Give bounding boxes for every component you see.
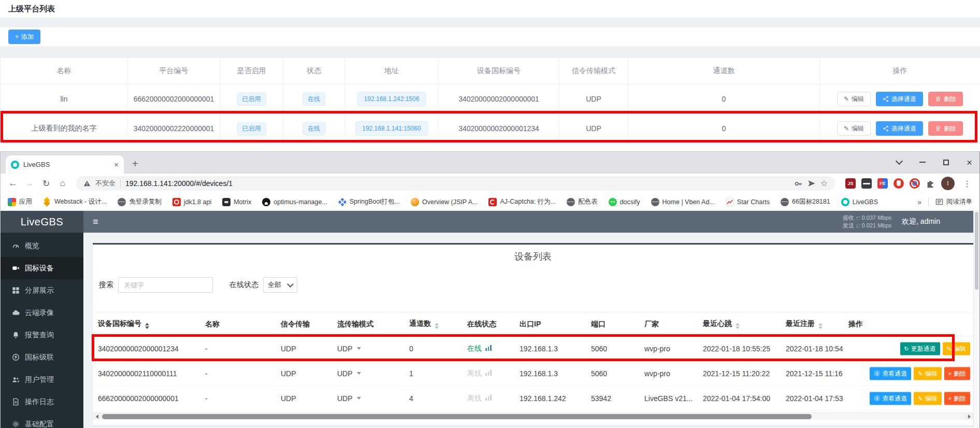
edit-button[interactable]: ✎编辑 (943, 342, 970, 355)
delete-button[interactable]: ×删除 (944, 367, 970, 380)
chevron-down-icon (287, 281, 294, 288)
online-status-select[interactable]: 全部 (263, 277, 297, 293)
extension-blocker-hand-icon[interactable] (893, 178, 904, 189)
address-bar[interactable]: 不安全 192.168.1.141:20000/#/devices/1 ☆ (76, 176, 835, 191)
scrollbar-thumb[interactable] (102, 414, 812, 419)
sidebar-item-alarm-query[interactable]: 报警查询 (1, 324, 83, 346)
welcome-user[interactable]: 欢迎, admin (902, 217, 940, 226)
window-minimize-button[interactable] (919, 162, 926, 163)
extension-fe-icon[interactable]: FE (877, 178, 888, 189)
browser-tab-livegbs[interactable]: LiveGBS × (6, 155, 124, 174)
tab-close-icon[interactable]: × (114, 161, 119, 168)
online-status-label: 在线状态 (229, 280, 258, 290)
update-channels-button[interactable]: ↻更新通道 (900, 342, 940, 355)
bookmark-color-table[interactable]: 配色表 (567, 197, 598, 206)
view-channels-button[interactable]: i查看通道 (870, 392, 911, 405)
bookmark-docsify[interactable]: docsify (609, 198, 640, 206)
window-close-button[interactable]: × (967, 158, 972, 167)
scrollbar-track[interactable] (101, 413, 965, 420)
bookmark-jdk-api[interactable]: jdk1.8 api (172, 198, 212, 206)
cell-registered: 2022-01-04 17:53 (781, 386, 843, 411)
security-label[interactable]: 不安全 (95, 179, 116, 188)
col-registered: 最近注册 (786, 319, 815, 327)
home-button[interactable]: ⌂ (55, 178, 70, 189)
bookmark-apps[interactable]: 应用 (8, 197, 32, 206)
edit-button[interactable]: ✎编辑 (914, 367, 941, 380)
url-text[interactable]: 192.168.1.141:20000/#/devices/1 (125, 179, 789, 188)
sidebar-item-gb-cascade[interactable]: 国标级联 (1, 346, 83, 368)
bookmark-webstack[interactable]: Webstack - 设计... (43, 197, 107, 206)
reload-button[interactable]: ↻ (39, 178, 53, 189)
cell-transport: UDP (559, 84, 628, 114)
cell-registered: 2021-12-15 11:16 (781, 361, 843, 386)
bookmark-aj-captcha[interactable]: AJ-Captcha: 行为... (488, 197, 556, 206)
delete-button[interactable]: 删除 (928, 92, 963, 106)
forward-button[interactable]: → (22, 178, 37, 189)
scroll-left-arrow[interactable] (93, 413, 101, 420)
extension-incognito-icon[interactable] (861, 178, 872, 189)
stream-mode-dropdown[interactable]: UDP (337, 369, 361, 378)
vertical-scrollbar[interactable] (973, 211, 979, 428)
online-status: 离线 (467, 394, 482, 402)
sidebar-item-user-management[interactable]: 用户管理 (1, 368, 83, 391)
edit-button[interactable]: ✎ 编辑 (837, 92, 871, 106)
scrollbar-thumb[interactable] (975, 212, 978, 290)
sort-icon[interactable] (435, 323, 439, 329)
not-secure-warning-icon (83, 180, 91, 187)
aj-captcha-favicon (488, 198, 497, 206)
send-to-device-icon[interactable] (808, 179, 816, 188)
extension-js-icon[interactable]: JS (845, 178, 856, 189)
bookmark-livegbs[interactable]: LiveGBS (841, 198, 878, 206)
profile-avatar[interactable]: I (941, 177, 955, 190)
sort-icon[interactable] (145, 323, 149, 329)
bookmark-gb28181[interactable]: 66国标28181 (781, 197, 830, 206)
password-key-icon[interactable] (794, 179, 803, 188)
stream-mode-dropdown[interactable]: UDP (337, 394, 361, 403)
sidebar-item-cloud-recording[interactable]: 云端录像 (1, 302, 83, 324)
window-maximize-button[interactable] (943, 160, 949, 165)
select-channel-button[interactable]: 选择通道 (876, 92, 923, 106)
sidebar-item-overview[interactable]: 概览 (1, 235, 83, 257)
sidebar-toggle-icon[interactable]: ≡ (93, 217, 98, 227)
sidebar-item-operation-log[interactable]: 操作日志 (1, 391, 83, 413)
sidebar-item-basic-config[interactable]: 基础配置 (1, 413, 83, 428)
select-channel-button[interactable]: 选择通道 (876, 121, 923, 136)
bookmark-star-charts[interactable]: Star Charts (726, 198, 770, 206)
livegbs-favicon (841, 198, 849, 206)
bookmark-jsip-overview[interactable]: Overview (JSIP A... (411, 198, 478, 206)
view-channels-button[interactable]: i查看通道 (870, 367, 911, 380)
traffic-chart-icon[interactable] (485, 395, 492, 401)
search-input[interactable] (118, 277, 213, 293)
cell-device-gb-id: 34020000002000001234 (439, 114, 559, 144)
extension-adblock-icon[interactable] (910, 178, 920, 189)
reading-list-button[interactable]: 阅读清单 (935, 197, 972, 206)
scroll-right-arrow[interactable] (965, 413, 973, 420)
bookmark-motrix[interactable]: Motrix (222, 198, 251, 206)
stream-mode-dropdown[interactable]: UDP (337, 345, 361, 353)
bookmark-springboot[interactable]: SpringBoot打包... (338, 197, 400, 206)
delete-button[interactable]: ×删除 (944, 392, 970, 405)
bookmark-copy-free[interactable]: 免登录复制 (118, 197, 162, 206)
sidebar-item-gb-devices[interactable]: 国标设备 (1, 257, 83, 279)
new-tab-button[interactable]: + (132, 159, 138, 169)
edit-button[interactable]: ✎ 编辑 (837, 121, 871, 136)
edit-button[interactable]: ✎编辑 (914, 392, 941, 405)
livegbs-page: ≡ 接收 ↑: 0.037 Mbps 发送 ↓: 0.021 Mbps 欢迎, … (1, 211, 979, 428)
sort-icon[interactable] (818, 323, 823, 329)
traffic-chart-icon[interactable] (485, 345, 492, 351)
app-logo[interactable]: LiveGBS (1, 211, 83, 233)
add-button[interactable]: + 添加 (8, 30, 40, 44)
delete-button[interactable]: 删除 (928, 121, 963, 136)
sort-icon[interactable] (736, 323, 740, 329)
browser-menu-icon[interactable]: ⋮ (963, 179, 971, 189)
traffic-chart-icon[interactable] (485, 370, 492, 376)
sidebar-item-split-screen[interactable]: 分屏展示 (1, 279, 83, 302)
bookmark-optimus[interactable]: optimus-manage... (262, 198, 327, 206)
tab-search-chevron-icon[interactable] (896, 158, 903, 165)
extensions-puzzle-icon[interactable] (926, 179, 935, 189)
bookmarks-overflow-icon[interactable]: » (917, 198, 921, 206)
horizontal-scrollbar[interactable] (93, 412, 973, 420)
bookmark-star-icon[interactable]: ☆ (820, 179, 828, 188)
bookmark-vben[interactable]: Home | Vben Ad... (651, 198, 715, 206)
back-button[interactable]: ← (6, 178, 20, 189)
